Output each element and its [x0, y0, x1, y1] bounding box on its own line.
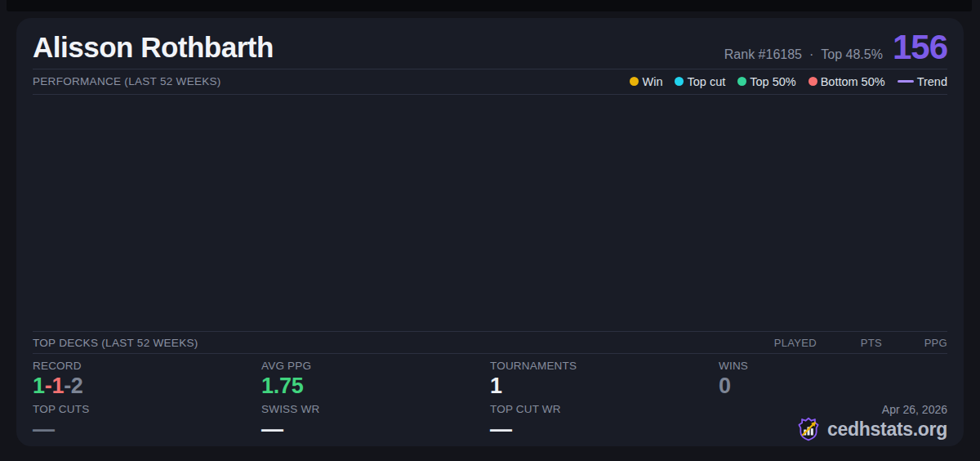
stat-record: RECORD 1-1-2	[33, 360, 261, 403]
stat-label-top-cuts: TOP CUTS	[33, 403, 261, 415]
performance-chart-area	[33, 95, 947, 331]
stat-label-record: RECORD	[33, 360, 261, 372]
stat-top-cut-wr: TOP CUT WR —	[490, 403, 719, 446]
record-draws: -2	[64, 374, 82, 398]
column-header-played: PLAYED	[751, 337, 817, 349]
record-losses: -1	[45, 374, 64, 398]
site-name: cedhstats.org	[827, 418, 947, 441]
top-decks-header-row: TOP DECKS (LAST 52 WEEKS) PLAYED PTS PPG	[33, 332, 947, 353]
legend-label: Trend	[917, 75, 947, 88]
top-cuts-value: —	[33, 417, 261, 442]
rank-separator: ·	[809, 47, 813, 62]
card-header: Alisson Rothbarth Rank #16185 · Top 48.5…	[33, 18, 947, 69]
column-header-ppg: PPG	[882, 337, 947, 349]
top-decks-section-title: TOP DECKS (LAST 52 WEEKS)	[33, 337, 198, 349]
brand-row[interactable]: cedhstats.org	[796, 417, 947, 441]
rank-line: Rank #16185 · Top 48.5%	[724, 47, 883, 62]
chart-legend: Win Top cut Top 50% Bottom 50% Trend	[630, 75, 947, 88]
record-wins: 1	[33, 374, 45, 398]
player-stats-card: Alisson Rothbarth Rank #16185 · Top 48.5…	[16, 18, 964, 446]
stat-label-top-cut-wr: TOP CUT WR	[490, 403, 719, 415]
tournaments-value: 1	[490, 374, 719, 399]
footer-branding: Apr 26, 2026 cedhstats.org	[719, 403, 947, 446]
bottom-50-dot-icon	[808, 77, 817, 86]
top-50-dot-icon	[737, 77, 746, 86]
top-cut-dot-icon	[675, 77, 684, 86]
cedhstats-shield-logo-icon	[796, 417, 821, 441]
legend-item-win[interactable]: Win	[630, 75, 662, 88]
stat-avg-ppg: AVG PPG 1.75	[261, 360, 490, 403]
legend-label: Top cut	[687, 75, 725, 88]
stat-label-wins: WINS	[719, 360, 947, 372]
page-title: Alisson Rothbarth	[33, 32, 274, 64]
legend-label: Win	[642, 75, 662, 88]
top-percent-text: Top 48.5%	[821, 47, 883, 62]
top-cut-wr-value: —	[490, 417, 719, 442]
legend-label: Top 50%	[750, 75, 795, 88]
stats-grid: RECORD 1-1-2 AVG PPG 1.75 TOURNAMENTS 1 …	[33, 354, 947, 446]
column-header-pts: PTS	[817, 337, 882, 349]
legend-label: Bottom 50%	[821, 75, 885, 88]
performance-header-row: PERFORMANCE (LAST 52 WEEKS) Win Top cut …	[33, 69, 947, 94]
stat-top-cuts: TOP CUTS —	[33, 403, 261, 446]
top-decks-columns: PLAYED PTS PPG	[751, 337, 947, 349]
legend-item-top-cut[interactable]: Top cut	[675, 75, 725, 88]
top-bar	[7, 0, 972, 11]
legend-item-top-50[interactable]: Top 50%	[737, 75, 795, 88]
record-value: 1-1-2	[33, 374, 261, 399]
stat-swiss-wr: SWISS WR —	[261, 403, 490, 446]
stat-label-avg-ppg: AVG PPG	[261, 360, 490, 372]
legend-item-trend[interactable]: Trend	[898, 75, 947, 88]
rank-text: Rank #16185	[724, 47, 802, 62]
legend-item-bottom-50[interactable]: Bottom 50%	[808, 75, 885, 88]
player-score: 156	[893, 31, 947, 64]
generated-date: Apr 26, 2026	[882, 403, 947, 416]
stat-wins: WINS 0	[719, 360, 947, 403]
rank-summary: Rank #16185 · Top 48.5% 156	[724, 31, 947, 64]
performance-section-title: PERFORMANCE (LAST 52 WEEKS)	[33, 75, 221, 87]
swiss-wr-value: —	[261, 417, 490, 442]
stat-label-swiss-wr: SWISS WR	[261, 403, 490, 415]
stat-tournaments: TOURNAMENTS 1	[490, 360, 719, 403]
stat-label-tournaments: TOURNAMENTS	[490, 360, 719, 372]
win-dot-icon	[630, 77, 639, 86]
trend-line-icon	[898, 80, 914, 83]
avg-ppg-value: 1.75	[261, 374, 490, 399]
wins-value: 0	[719, 374, 947, 399]
